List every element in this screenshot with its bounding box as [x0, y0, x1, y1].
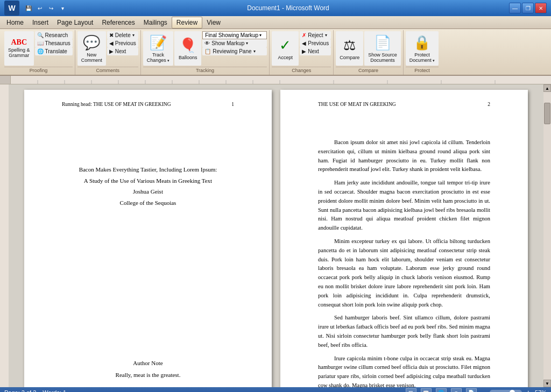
reject-label: Reject: [308, 32, 323, 38]
ribbon-group-compare: ⚖ Compare 📄 Show SourceDocuments Compare: [334, 30, 404, 75]
reviewing-pane-label: Reviewing Pane: [213, 48, 251, 54]
markup-dropdown[interactable]: Final Showing Markup ▾: [202, 31, 267, 39]
changes-label: Changes: [272, 67, 331, 74]
customize-button[interactable]: ▾: [58, 3, 67, 13]
ruler-corner: [0, 76, 11, 84]
ribbon-group-protect: 🔒 ProtectDocument ▾ Protect: [404, 30, 441, 75]
menu-home[interactable]: Home: [2, 17, 28, 28]
zoom-slider[interactable]: [490, 390, 522, 392]
page-1: Running head: THE USE OF MEAT IN GREEKIN…: [24, 90, 272, 387]
vertical-ruler: [0, 84, 9, 387]
redo-button[interactable]: ↪: [46, 3, 56, 13]
ribbon-group-tracking: 📝 TrackChanges ▾ 🎈 Balloons Final Showin…: [141, 30, 270, 75]
page-2-number: 2: [488, 101, 490, 108]
delete-icon: ✖: [109, 32, 114, 38]
spelling-label: Spelling &Grammar: [8, 47, 30, 58]
ribbon-group-comments: 💬 NewComment ✖ Delete ▾ ◀ Previous ▶: [75, 30, 141, 75]
word-count: Words: 1: [43, 389, 66, 392]
menu-mailings[interactable]: Mailings: [139, 17, 172, 28]
page-indicator: Page: 2 of 2: [4, 389, 36, 392]
scroll-track[interactable]: [543, 92, 551, 380]
menu-bar: Home Insert Page Layout References Maili…: [0, 16, 551, 29]
minimize-button[interactable]: —: [509, 3, 521, 13]
save-button[interactable]: 💾: [24, 3, 33, 13]
compare-button[interactable]: ⚖ Compare: [336, 31, 363, 66]
close-button[interactable]: ✕: [535, 3, 547, 13]
vertical-scrollbar[interactable]: ▲ ▼: [543, 84, 551, 387]
accept-button[interactable]: ✓ Accept: [272, 31, 299, 66]
translate-button[interactable]: 🌐 Translate: [35, 47, 73, 55]
window-controls[interactable]: — ❐ ✕: [509, 3, 547, 13]
scroll-down-button[interactable]: ▼: [543, 380, 551, 387]
page-2-para-5: Irure capicola minim t-bone culpa in occ…: [318, 354, 490, 387]
prev-comment-button[interactable]: ◀ Previous: [107, 39, 138, 47]
spelling-icon: ABC: [11, 39, 27, 46]
track-changes-button[interactable]: 📝 TrackChanges ▾: [143, 31, 174, 66]
undo-button[interactable]: ↩: [35, 3, 45, 13]
reject-arrow: ▾: [325, 33, 327, 38]
menu-review[interactable]: Review: [172, 17, 202, 28]
track-arrow: ▾: [167, 59, 169, 62]
show-source-button[interactable]: 📄 Show SourceDocuments: [364, 31, 401, 66]
full-reading-button[interactable]: 📖: [421, 388, 432, 392]
status-right: ▤ 📖 🌐 ≡ 📄 − + 57%: [406, 388, 547, 392]
markup-value: Final Showing Markup: [205, 32, 258, 38]
zoom-thumb[interactable]: [510, 390, 515, 392]
reject-icon: ✗: [302, 32, 306, 38]
prev-comment-icon: ◀: [109, 40, 114, 46]
ribbon-group-changes: ✓ Accept ✗ Reject ▾ ◀ Previous ▶: [270, 30, 334, 75]
maximize-button[interactable]: ❐: [522, 3, 534, 13]
protect-document-button[interactable]: 🔒 ProtectDocument ▾: [406, 31, 439, 66]
balloons-button[interactable]: 🎈 Balloons: [174, 31, 201, 66]
reject-button[interactable]: ✗ Reject ▾: [300, 31, 331, 39]
protect-label: Protect: [406, 67, 439, 74]
svg-rect-15: [0, 84, 9, 387]
delete-comment-button[interactable]: ✖ Delete ▾: [107, 31, 138, 39]
menu-page-layout[interactable]: Page Layout: [53, 17, 97, 28]
horizontal-ruler: [11, 76, 551, 84]
next-change-label: Next: [308, 48, 319, 54]
menu-references[interactable]: References: [97, 17, 139, 28]
page-1-header-text: Running head: THE USE OF MEAT IN GREEKIN…: [62, 101, 171, 108]
new-comment-button[interactable]: 💬 NewComment: [77, 31, 106, 66]
research-button[interactable]: 🔍 Research: [35, 31, 73, 39]
zoom-out-button[interactable]: −: [481, 388, 485, 392]
tracking-content: 📝 TrackChanges ▾ 🎈 Balloons Final Showin…: [143, 31, 267, 66]
scroll-thumb[interactable]: [544, 103, 550, 124]
thesaurus-button[interactable]: 📖 Thesaurus: [35, 39, 73, 47]
page-2-para-4: Sed hamburger laboris beef. Sint ullamco…: [318, 313, 490, 350]
delete-arrow: ▾: [132, 33, 135, 38]
menu-insert[interactable]: Insert: [28, 17, 53, 28]
menu-view[interactable]: View: [202, 17, 225, 28]
word-logo: W: [4, 1, 19, 16]
author-note-text: Really, meat is the greatest.: [62, 370, 234, 380]
next-comment-button[interactable]: ▶ Next: [107, 47, 138, 55]
compare-label: Compare: [340, 55, 359, 60]
show-markup-arrow: ▾: [246, 41, 248, 46]
accept-icon: ✓: [279, 37, 291, 54]
zoom-in-button[interactable]: +: [526, 388, 531, 392]
page-2-content: Bacon ipsum dolor sit amet nisi jowl cap…: [318, 138, 490, 387]
reviewing-pane-icon: 📋: [204, 48, 211, 54]
document-scroll-area[interactable]: Running head: THE USE OF MEAT IN GREEKIN…: [9, 84, 543, 387]
track-changes-icon: 📝: [150, 34, 167, 51]
page-2-para-3: Minim excepteur turkey ex qui labore. Ut…: [318, 237, 490, 309]
page-2: THE USE OF MEAT IN GREEKING 2 Bacon ipsu…: [280, 90, 528, 387]
research-label: Research: [45, 32, 68, 38]
scroll-up-button[interactable]: ▲: [543, 84, 551, 92]
translate-icon: 🌐: [37, 48, 44, 54]
outline-button[interactable]: ≡: [451, 388, 462, 392]
protect-icon: 🔒: [413, 34, 430, 51]
draft-button[interactable]: 📄: [466, 388, 477, 392]
next-change-button[interactable]: ▶ Next: [300, 47, 331, 55]
reviewing-pane-button[interactable]: 📋 Reviewing Pane ▾: [202, 47, 267, 55]
compare-label: Compare: [336, 67, 401, 74]
print-layout-button[interactable]: ▤: [406, 388, 416, 392]
ruler-area: [0, 76, 551, 84]
spelling-grammar-button[interactable]: ABC Spelling &Grammar: [4, 31, 34, 66]
new-comment-icon: 💬: [83, 34, 100, 51]
web-layout-button[interactable]: 🌐: [436, 388, 447, 392]
thesaurus-label: Thesaurus: [45, 40, 70, 46]
prev-change-button[interactable]: ◀ Previous: [300, 39, 331, 47]
show-markup-button[interactable]: 👁 Show Markup ▾: [202, 39, 267, 47]
